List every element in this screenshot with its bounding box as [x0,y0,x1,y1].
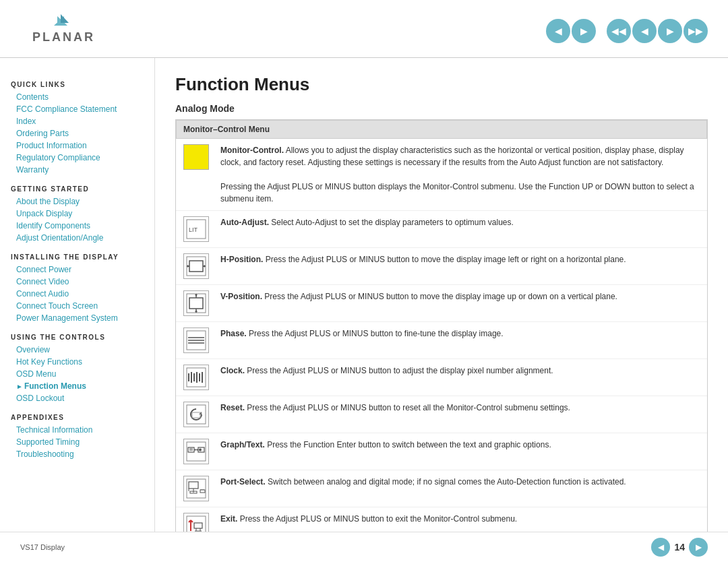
bold-graph-text: Graph/Text. [220,440,265,449]
logo: PLANAR [20,11,101,51]
icon-clock [183,365,209,390]
sidebar-link-ordering[interactable]: Ordering Parts [11,127,144,139]
sidebar-link-product-info[interactable]: Product Information [11,139,144,152]
icon-monitor-control [183,144,209,170]
sidebar-link-connect-audio[interactable]: Connect Audio [11,288,144,300]
getting-started-title: GETTING STARTED [11,185,144,193]
table-row: Port-Select. Switch between analog and d… [176,470,707,507]
section-subtitle: Analog Mode [175,103,708,114]
icon-cell-h-position [180,253,212,279]
table-row: Exit. Press the Adjust PLUS or MINUS but… [176,507,707,532]
icon-phase [183,327,209,353]
bold-port-select: Port-Select. [220,477,266,487]
nav-next2-button[interactable]: ▶ [658,19,682,43]
bold-monitor-control: Monitor-Control. [220,146,284,155]
bold-phase: Phase. [220,329,247,338]
svg-rect-7 [189,261,203,272]
icon-cell-monitor-control [180,144,212,170]
table-row: Clock. Press the Adjust PLUS or MINUS bu… [176,359,707,396]
phase-icon-svg [185,330,207,351]
svg-rect-42 [189,482,198,489]
text-graph-text: Graph/Text. Press the Function Enter but… [220,439,703,451]
footer-next-button[interactable]: ▶ [689,538,708,557]
reset-icon-svg [185,404,207,425]
icon-cell-clock [180,365,212,390]
port-select-icon-svg [185,478,207,499]
footer-page-number: 14 [674,542,685,553]
icon-h-position [183,253,209,279]
nav-first-button[interactable]: ◀◀ [607,19,631,43]
nav-prev-button[interactable]: ◀ [546,19,570,43]
h-position-icon-svg [185,255,207,277]
text-monitor-control: Monitor-Control. Allows you to adjust th… [220,144,703,205]
svg-text:LIT: LIT [189,226,198,233]
sidebar-link-index[interactable]: Index [11,115,144,127]
bold-reset: Reset. [220,403,245,412]
icon-cell-port-select [180,476,212,501]
sidebar-link-function-menus[interactable]: ►Function Menus [11,380,144,392]
planar-logo-svg: PLANAR [20,11,101,48]
sidebar-link-contents[interactable]: Contents [11,91,144,103]
text-v-position: V-Position. Press the Adjust PLUS or MIN… [220,290,703,303]
table-row: Graph/Text. Press the Function Enter but… [176,433,707,470]
text-exit: Exit. Press the Adjust PLUS or MINUS but… [220,513,703,525]
svg-rect-54 [194,523,202,528]
icon-exit [183,513,209,532]
nav-next-button[interactable]: ▶ [572,19,596,43]
svg-point-40 [199,449,202,451]
quick-links-title: QUICK LINKS [11,81,144,88]
icon-auto-adjust: LIT [183,216,209,242]
sidebar-link-power-mgmt[interactable]: Power Management System [11,312,144,324]
sidebar-link-fcc[interactable]: FCC Compliance Statement [11,103,144,115]
icon-cell-v-position [180,290,212,316]
installing-title: INSTALLING THE DISPLAY [11,253,144,261]
content-area: Function Menus Analog Mode Monitor–Contr… [155,58,728,532]
sidebar-link-overview[interactable]: Overview [11,344,144,356]
table-row: H-Position. Press the Adjust PLUS or MIN… [176,248,707,285]
logo-area: PLANAR [20,11,101,51]
sidebar-link-identify[interactable]: Identify Components [11,220,144,232]
icon-graph-text [183,439,209,464]
sidebar-link-unpack[interactable]: Unpack Display [11,208,144,220]
menu-table: Monitor–Control Menu Monitor-Control. Al… [175,119,708,532]
nav-last-button[interactable]: ▶▶ [684,19,708,43]
table-header: Monitor–Control Menu [176,120,707,139]
bold-h-position: H-Position. [220,255,263,264]
svg-marker-2 [61,14,69,23]
sidebar-link-warranty[interactable]: Warranty [11,164,144,176]
text-h-position: H-Position. Press the Adjust PLUS or MIN… [220,253,703,266]
sidebar-link-connect-touch[interactable]: Connect Touch Screen [11,300,144,312]
bold-exit: Exit. [220,514,237,524]
sidebar-link-troubleshooting[interactable]: Troubleshooting [11,448,144,460]
sidebar-link-hot-key[interactable]: Hot Key Functions [11,356,144,368]
sidebar-link-regulatory[interactable]: Regulatory Compliance [11,152,144,164]
svg-rect-31 [192,412,200,418]
sidebar-link-connect-power[interactable]: Connect Power [11,263,144,276]
svg-marker-17 [195,310,198,312]
icon-cell-exit [180,513,212,532]
icon-cell-auto-adjust: LIT [180,216,212,242]
sidebar-link-osd-lockout[interactable]: OSD Lockout [11,392,144,404]
icon-cell-reset [180,402,212,427]
sidebar-link-supported[interactable]: Supported Timing [11,436,144,448]
using-controls-title: USING THE CONTROLS [11,334,144,341]
sidebar-link-connect-video[interactable]: Connect Video [11,276,144,288]
footer: VS17 Display ◀ 14 ▶ [0,532,728,562]
icon-cell-graph-text [180,439,212,464]
text-auto-adjust: Auto-Adjust. Select Auto-Adjust to set t… [220,216,703,228]
sidebar-link-technical[interactable]: Technical Information [11,424,144,436]
nav-buttons: ◀ ▶ ◀◀ ◀ ▶ ▶▶ [546,19,708,43]
sidebar-link-adjust[interactable]: Adjust Orientation/Angle [11,232,144,244]
footer-prev-button[interactable]: ◀ [651,538,670,557]
icon-cell-phase [180,327,212,353]
active-arrow: ► [16,383,23,390]
bold-v-position: V-Position. [220,292,262,301]
icon-v-position [183,290,209,316]
sidebar-link-osd-menu[interactable]: OSD Menu [11,368,144,380]
nav-prev2-button[interactable]: ◀ [632,19,657,43]
v-position-icon-svg [185,292,207,314]
sidebar-link-about[interactable]: About the Display [11,195,144,208]
table-row: V-Position. Press the Adjust PLUS or MIN… [176,285,707,322]
auto-adjust-icon-svg: LIT [185,218,207,240]
graph-text-icon-svg [185,441,207,462]
